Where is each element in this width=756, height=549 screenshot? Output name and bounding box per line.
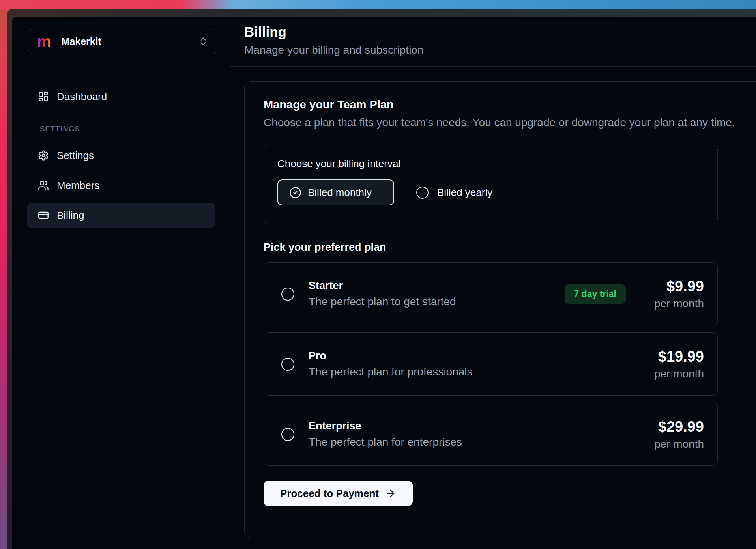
window-left-edge (7, 9, 12, 549)
plan-period: per month (645, 297, 704, 310)
interval-option-label: Billed yearly (437, 187, 492, 199)
plan-pricing: $19.99 per month (626, 348, 704, 380)
plan-period: per month (645, 368, 704, 380)
main-content: Billing Manage your billing and subscrip… (230, 17, 756, 549)
workspace-selector[interactable]: m Makerkit (28, 29, 217, 54)
plan-row-enterprise[interactable]: Enterprise The perfect plan for enterpri… (264, 403, 718, 466)
billing-interval-options: Billed monthly Billed yearly (277, 179, 704, 205)
interval-option-yearly[interactable]: Billed yearly (416, 187, 492, 199)
plan-price: $9.99 (645, 278, 704, 295)
plan-period: per month (645, 438, 704, 450)
proceed-button-label: Proceed to Payment (280, 487, 379, 500)
plan-info: Pro The perfect plan for professionals (309, 350, 473, 378)
workspace-name: Makerkit (62, 36, 101, 47)
sidebar-item-label: Billing (57, 209, 84, 222)
page-content: Manage your Team Plan Choose a plan that… (230, 67, 756, 538)
sidebar-item-dashboard[interactable]: Dashboard (27, 84, 215, 109)
chevrons-up-down-icon (198, 36, 208, 47)
sidebar: m Makerkit Dashboard (12, 17, 230, 549)
price-block: $9.99 per month (645, 278, 704, 310)
makerkit-logo: m (37, 34, 51, 49)
proceed-to-payment-button[interactable]: Proceed to Payment (264, 481, 413, 506)
sidebar-item-label: Settings (57, 149, 94, 162)
layout-dashboard-icon (38, 91, 49, 102)
billing-interval-card: Choose your billing interval Billed mont… (264, 145, 718, 224)
plan-list: Starter The perfect plan to get started … (264, 262, 756, 466)
plan-name: Starter (309, 280, 456, 292)
price-block: $29.99 per month (645, 418, 704, 450)
plan-info: Enterprise The perfect plan for enterpri… (309, 420, 462, 448)
plan-description: The perfect plan for enterprises (309, 436, 462, 448)
card-title: Manage your Team Plan (264, 98, 756, 111)
settings-section-label: SETTINGS (40, 125, 215, 133)
gear-icon (38, 150, 49, 161)
billing-interval-label: Choose your billing interval (277, 158, 704, 170)
plan-info: Starter The perfect plan to get started (309, 280, 456, 308)
plan-name: Enterprise (309, 420, 462, 432)
plan-radio[interactable] (281, 358, 294, 371)
plan-row-starter[interactable]: Starter The perfect plan to get started … (264, 262, 718, 325)
sidebar-item-label: Members (57, 179, 99, 192)
page-title: Billing (244, 24, 756, 40)
price-block: $19.99 per month (645, 348, 704, 380)
sidebar-item-settings[interactable]: Settings (27, 143, 215, 168)
sidebar-item-billing[interactable]: Billing (27, 203, 215, 228)
sidebar-item-label: Dashboard (57, 91, 107, 103)
plan-price: $29.99 (645, 418, 704, 435)
plan-description: The perfect plan for professionals (309, 366, 473, 378)
plan-name: Pro (309, 350, 473, 362)
card-description: Choose a plan that fits your team's need… (264, 116, 756, 129)
app-root: m Makerkit Dashboard (12, 17, 756, 549)
page-subtitle: Manage your billing and subscription (244, 44, 756, 56)
page-header: Billing Manage your billing and subscrip… (230, 17, 756, 67)
interval-option-monthly[interactable]: Billed monthly (277, 179, 394, 205)
sidebar-item-members[interactable]: Members (27, 173, 215, 198)
plan-pricing: 7 day trial $9.99 per month (565, 278, 704, 310)
radio-circle-icon (416, 187, 429, 199)
sidebar-nav: Dashboard SETTINGS Settings (12, 84, 230, 228)
plan-pricing: $29.99 per month (626, 418, 704, 450)
interval-option-label: Billed monthly (308, 187, 372, 199)
credit-card-icon (38, 210, 49, 221)
plan-radio[interactable] (281, 428, 294, 441)
trial-badge: 7 day trial (565, 284, 626, 304)
plan-radio[interactable] (281, 288, 294, 301)
plan-row-pro[interactable]: Pro The perfect plan for professionals $… (264, 332, 718, 396)
app-window: m Makerkit Dashboard (7, 9, 756, 549)
users-icon (38, 180, 49, 191)
plans-label: Pick your preferred plan (264, 241, 756, 254)
circle-check-icon (289, 187, 301, 199)
plan-description: The perfect plan to get started (309, 295, 456, 308)
plan-price: $19.99 (645, 348, 704, 365)
arrow-right-icon (385, 488, 396, 499)
team-plan-card: Manage your Team Plan Choose a plan that… (244, 81, 756, 538)
